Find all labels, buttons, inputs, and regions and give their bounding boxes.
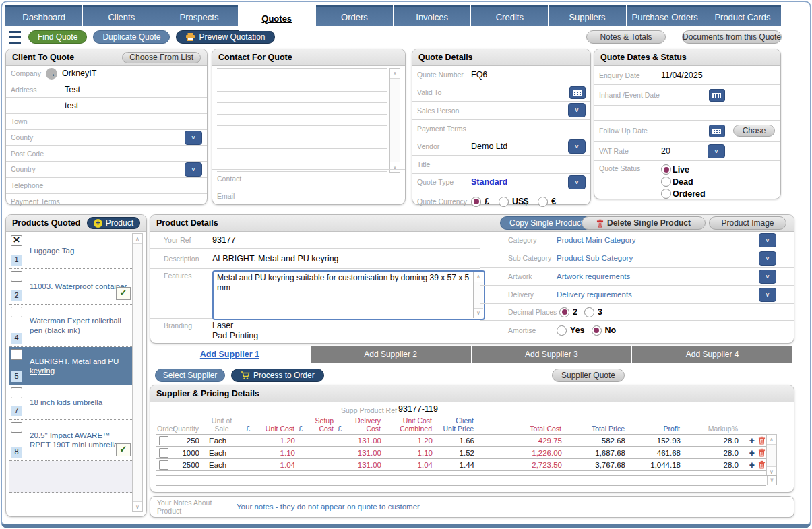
- status-option-dead[interactable]: Dead: [661, 177, 706, 187]
- delete-single-product-button[interactable]: Delete Single Product: [582, 216, 706, 230]
- delivery-cost-cell[interactable]: 131.00: [345, 449, 384, 457]
- goto-company-icon[interactable]: →: [46, 68, 57, 80]
- unit-cost-cell[interactable]: 1.04: [253, 461, 298, 469]
- contact-list-row[interactable]: [217, 149, 387, 160]
- add-product-button[interactable]: + Product: [87, 217, 140, 229]
- product-checkbox[interactable]: [11, 271, 22, 282]
- markup-cell[interactable]: 28.0: [683, 437, 741, 445]
- contact-list-row[interactable]: [217, 92, 387, 103]
- contact-list-row[interactable]: [217, 69, 387, 80]
- contact-list-row[interactable]: [217, 103, 387, 115]
- scroll-up-icon[interactable]: ∧: [390, 69, 400, 79]
- branding-field[interactable]: Laser Pad Printing: [212, 321, 258, 341]
- tab-add-supplier-2[interactable]: Add Supplier 2: [311, 346, 472, 363]
- currency-option-eur[interactable]: €: [538, 197, 556, 207]
- decimal-option-2[interactable]: 2: [559, 307, 577, 317]
- unit-cost-cell[interactable]: 1.10: [253, 449, 298, 457]
- product-list-item[interactable]: 7 18 inch kids umbrella: [9, 385, 133, 420]
- notes-totals-button[interactable]: Notes & Totals: [586, 30, 666, 44]
- sales-person-dropdown-icon[interactable]: [568, 103, 586, 117]
- product-list-item-selected[interactable]: 5 ALBRIGHT. Metal and PU keyring: [9, 347, 133, 385]
- choose-from-list-button[interactable]: Choose From List: [122, 52, 201, 63]
- radio-eur[interactable]: [538, 197, 548, 207]
- find-quote-button[interactable]: Find Quote: [28, 30, 87, 44]
- radio-ordered[interactable]: [661, 189, 671, 199]
- quote-type-dropdown-icon[interactable]: [568, 175, 586, 189]
- add-row-icon[interactable]: +: [749, 448, 755, 458]
- product-checkbox[interactable]: [11, 387, 22, 398]
- vendor-dropdown-icon[interactable]: [568, 139, 586, 154]
- contact-list-row[interactable]: [217, 80, 387, 92]
- add-row-icon[interactable]: +: [749, 436, 755, 445]
- quantity-cell[interactable]: 2500: [173, 461, 202, 469]
- unit-of-sale-cell[interactable]: Each: [202, 449, 245, 457]
- add-row-icon[interactable]: +: [749, 460, 755, 470]
- radio-decimal-3[interactable]: [584, 307, 594, 317]
- tab-add-supplier-1[interactable]: Add Supplier 1: [150, 346, 311, 363]
- delivery-cost-cell[interactable]: 131.00: [345, 461, 384, 469]
- radio-dead[interactable]: [661, 177, 671, 187]
- supp-product-ref-field[interactable]: 93177-119: [398, 404, 438, 414]
- sub-category-field[interactable]: Product Sub Category: [557, 254, 633, 262]
- tab-purchase-orders[interactable]: Purchase Orders: [627, 5, 704, 26]
- currency-option-gbp[interactable]: £: [471, 197, 489, 207]
- country-dropdown-icon[interactable]: [185, 162, 202, 177]
- company-field[interactable]: OrkneyIT: [62, 69, 96, 78]
- unit-of-sale-cell[interactable]: Each: [202, 461, 245, 469]
- category-field[interactable]: Product Main Category: [557, 236, 636, 244]
- unit-cost-cell[interactable]: 1.20: [253, 437, 298, 445]
- scroll-up-icon[interactable]: ∧: [767, 435, 776, 445]
- amortise-option-no[interactable]: No: [592, 325, 617, 336]
- product-checkbox[interactable]: [11, 422, 22, 433]
- row-checkbox[interactable]: [159, 436, 168, 445]
- pricing-hscroll-row[interactable]: ∨: [156, 475, 777, 485]
- follow-up-calendar-icon[interactable]: [709, 125, 725, 137]
- product-list-item[interactable]: 4 Waterman Expert rollerball pen (black …: [9, 305, 133, 347]
- tab-prospects[interactable]: Prospects: [160, 5, 237, 26]
- vat-rate-dropdown-icon[interactable]: [708, 144, 725, 158]
- category-dropdown-icon[interactable]: [759, 233, 776, 247]
- product-checkbox-checked[interactable]: [11, 235, 22, 246]
- delete-row-icon[interactable]: [758, 436, 766, 445]
- radio-decimal-2[interactable]: [559, 307, 569, 317]
- preview-quotation-button[interactable]: Preview Quotation: [176, 30, 274, 44]
- radio-usd[interactable]: [499, 197, 509, 207]
- pricing-scrollbar[interactable]: ∧ ∨: [766, 434, 777, 477]
- tab-dashboard[interactable]: Dashboard: [5, 5, 82, 26]
- product-list-item[interactable]: 2 11003. Waterproof container ✓: [9, 269, 133, 305]
- quote-type-field[interactable]: Standard: [471, 177, 507, 187]
- delivery-field[interactable]: Delivery requirements: [557, 290, 632, 299]
- product-image-button[interactable]: Product Image: [709, 216, 786, 230]
- tab-add-supplier-4[interactable]: Add Supplier 4: [632, 346, 793, 363]
- delivery-dropdown-icon[interactable]: [759, 288, 776, 302]
- scroll-down-icon[interactable]: ∨: [133, 501, 142, 511]
- artwork-field[interactable]: Artwork requirements: [557, 272, 630, 280]
- decimal-option-3[interactable]: 3: [584, 307, 602, 317]
- scroll-down-icon[interactable]: ∨: [767, 476, 776, 485]
- quote-number-field[interactable]: FQ6: [471, 70, 487, 80]
- pricing-row[interactable]: 2500 Each 1.04 131.00 1.04 1.44 2,723.50…: [156, 459, 766, 471]
- delete-row-icon[interactable]: [758, 448, 766, 457]
- status-option-ordered[interactable]: Ordered: [661, 189, 706, 199]
- your-ref-field[interactable]: 93177: [212, 235, 236, 245]
- product-list-item[interactable]: 1 Luggage Tag: [9, 233, 133, 269]
- radio-amortise-no[interactable]: [592, 325, 602, 336]
- menu-icon[interactable]: [9, 31, 21, 44]
- product-notes-field[interactable]: Your notes - they do not appear on quote…: [237, 503, 420, 511]
- description-field[interactable]: ALBRIGHT. Metal and PU keyring: [212, 254, 339, 263]
- markup-cell[interactable]: 28.0: [683, 461, 741, 469]
- tab-product-cards[interactable]: Product Cards: [704, 5, 781, 26]
- amortise-option-yes[interactable]: Yes: [557, 325, 585, 336]
- quantity-cell[interactable]: 1000: [173, 449, 202, 457]
- client-unit-price-cell[interactable]: 1.44: [435, 461, 477, 469]
- client-unit-price-cell[interactable]: 1.66: [435, 437, 477, 445]
- contact-list-row[interactable]: [217, 115, 387, 126]
- chase-button[interactable]: Chase: [733, 125, 775, 137]
- select-supplier-button[interactable]: Select Supplier: [155, 369, 225, 382]
- product-list-item[interactable]: 8 20.5" Impact AWARE™ RPET 190T mini umb…: [9, 420, 133, 461]
- contact-list-scrollbar[interactable]: ∧ ∨: [389, 68, 400, 173]
- product-list-scrollbar[interactable]: ∧ ∨: [132, 233, 143, 512]
- scroll-up-icon[interactable]: ∧: [133, 234, 142, 244]
- contact-list-row[interactable]: [217, 126, 387, 137]
- tab-clients[interactable]: Clients: [83, 5, 160, 26]
